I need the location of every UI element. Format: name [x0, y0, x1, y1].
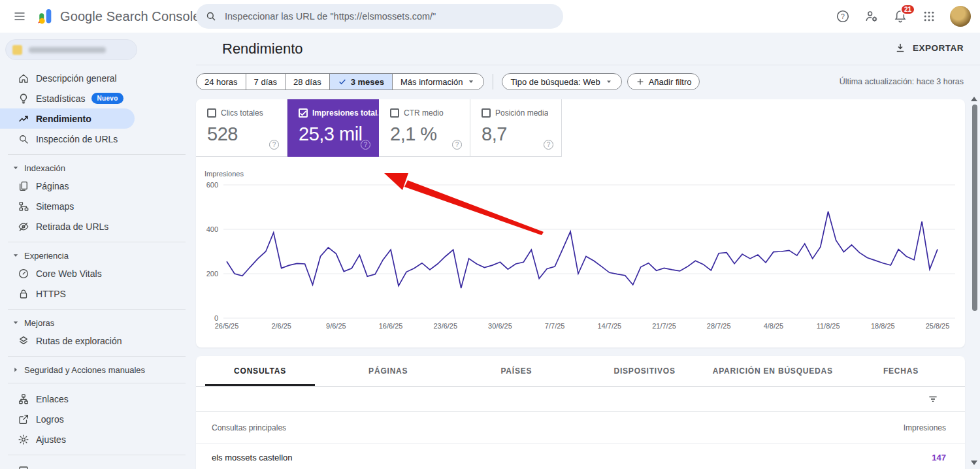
- impressions-line-plot: [196, 157, 965, 348]
- sidebar-section-mejoras[interactable]: Mejoras: [0, 315, 196, 331]
- expand-arrow-icon: [11, 251, 20, 260]
- metric-cards-row: Clics totales528?Impresiones total...25,…: [196, 99, 562, 157]
- date-range-28-dias[interactable]: 28 días: [285, 74, 329, 89]
- property-name-blurred: [29, 47, 106, 53]
- search-type-label: Tipo de búsqueda: Web: [510, 77, 600, 87]
- tab-aparicion-en-busquedas[interactable]: APARICIÓN EN BÚSQUEDAS: [709, 356, 837, 386]
- add-filter-chip[interactable]: Añadir filtro: [627, 73, 700, 90]
- tab-dispositivos[interactable]: DISPOSITIVOS: [581, 356, 709, 386]
- hamburger-menu-icon[interactable]: [12, 8, 27, 24]
- scrollbar-down-arrow[interactable]: [971, 461, 977, 465]
- url-inspect-search-bar[interactable]: [196, 4, 563, 29]
- performance-chart-panel: Clics totales528?Impresiones total...25,…: [196, 99, 965, 348]
- table-header-row: Consultas principales Impresiones: [196, 412, 965, 444]
- header-actions: ? 21: [835, 0, 971, 33]
- metric-help-icon[interactable]: ?: [452, 140, 462, 150]
- x-axis-tick-label: 11/8/25: [808, 322, 849, 330]
- sidebar-section-label: Seguridad y Acciones manuales: [24, 365, 145, 375]
- notification-count-badge: 21: [900, 4, 915, 15]
- property-selector[interactable]: [5, 39, 137, 60]
- column-queries: Consultas principales: [212, 423, 286, 432]
- property-favicon: [12, 45, 22, 55]
- user-avatar[interactable]: [950, 6, 971, 27]
- sidebar-divider: [8, 154, 186, 155]
- tab-paises[interactable]: PAÍSES: [452, 356, 580, 386]
- export-button[interactable]: EXPORTAR: [894, 42, 964, 54]
- achievements-icon: [18, 413, 29, 425]
- sidebar-divider: [8, 383, 186, 383]
- filter-funnel-icon[interactable]: [927, 393, 939, 405]
- sidebar-section-label: Mejoras: [24, 318, 54, 328]
- sitemaps-icon: [18, 201, 29, 212]
- sidebar-item-descripcion-general[interactable]: Descripción general: [0, 68, 135, 88]
- scrollbar-thumb[interactable]: [972, 105, 977, 311]
- x-axis-tick-label: 25/8/25: [917, 322, 958, 330]
- metric-help-icon[interactable]: ?: [544, 140, 553, 150]
- metric-card-posicion-media[interactable]: Posición media8,7?: [470, 99, 562, 157]
- sidebar-item-enlaces[interactable]: Enlaces: [0, 389, 135, 409]
- search-type-chip[interactable]: Tipo de búsqueda: Web: [502, 73, 621, 90]
- tab-consultas[interactable]: CONSULTAS: [196, 356, 324, 386]
- metric-card-impresiones-total[interactable]: Impresiones total...25,3 mil?: [287, 99, 379, 157]
- tab-fechas[interactable]: FECHAS: [837, 356, 965, 386]
- table-filter-row: [196, 387, 965, 412]
- url-inspect-input[interactable]: [223, 10, 554, 22]
- sidebar-item-https[interactable]: HTTPS: [0, 283, 135, 304]
- x-axis-tick-label: 2/6/25: [261, 322, 302, 330]
- sidebar-item-sitemaps[interactable]: Sitemaps: [0, 196, 135, 216]
- sidebar-item-inspeccion-de-urls[interactable]: Inspección de URLs: [0, 129, 135, 149]
- sidebar-section-experiencia[interactable]: Experiencia: [0, 248, 196, 263]
- impressions-series-line: [227, 212, 938, 288]
- sidebar-item-label: Descripción general: [36, 73, 117, 84]
- tab-paginas[interactable]: PÁGINAS: [324, 356, 452, 386]
- metric-label: CTR medio: [404, 108, 444, 118]
- sidebar-item-logros[interactable]: Logros: [0, 409, 135, 429]
- sidebar-item-label: Logros: [36, 414, 64, 425]
- metric-card-ctr-medio[interactable]: CTR medio2,1 %?: [379, 99, 470, 157]
- user-settings-icon[interactable]: [864, 8, 879, 24]
- url-inspection-icon: [18, 133, 29, 145]
- sidebar-section-label: Experiencia: [24, 251, 69, 261]
- column-impressions[interactable]: Impresiones: [904, 423, 946, 432]
- sidebar-section-seguridad-y-acciones-manuales[interactable]: Seguridad y Acciones manuales: [0, 362, 196, 378]
- table-row[interactable]: els mossets castellon147: [196, 444, 965, 469]
- date-range-7-dias[interactable]: 7 días: [246, 74, 285, 89]
- sidebar-item-label: Enlaces: [36, 394, 69, 404]
- sidebar-divider: [8, 356, 186, 357]
- metric-label: Clics totales: [221, 108, 263, 118]
- google-apps-grid-icon[interactable]: [921, 8, 937, 24]
- sidebar-item-partial[interactable]: [0, 461, 135, 469]
- google-search-console-app: Google Search Console ? 21: [0, 0, 980, 469]
- date-range-mas-informacion[interactable]: Más información: [392, 74, 483, 89]
- metric-checkbox[interactable]: [207, 108, 216, 118]
- scrollbar-up-arrow[interactable]: [971, 97, 977, 101]
- date-range-3-meses[interactable]: 3 meses: [329, 74, 392, 89]
- sidebar-divider: [8, 309, 186, 310]
- metric-card-clics-totales[interactable]: Clics totales528?: [196, 99, 287, 157]
- metric-checkbox[interactable]: [390, 108, 399, 118]
- sidebar-section-indexacion[interactable]: Indexación: [0, 160, 196, 176]
- date-range-24-horas[interactable]: 24 horas: [197, 74, 246, 89]
- sidebar-item-paginas[interactable]: Páginas: [0, 176, 135, 196]
- metric-checkbox[interactable]: [299, 108, 308, 118]
- app-title: Google Search Console: [60, 9, 200, 24]
- impressions-chart[interactable]: Impresiones 020040060026/5/252/6/259/6/2…: [196, 157, 965, 348]
- x-axis-tick-label: 28/7/25: [698, 322, 740, 330]
- date-range-label: 3 meses: [351, 77, 384, 87]
- breadcrumbs-icon: [18, 335, 29, 347]
- sidebar-item-estadisticas[interactable]: EstadísticasNuevo: [0, 88, 135, 108]
- metric-help-icon[interactable]: ?: [269, 140, 279, 150]
- help-icon[interactable]: ?: [835, 8, 851, 24]
- sidebar-item-rendimiento[interactable]: Rendimiento: [0, 108, 135, 129]
- download-icon: [894, 42, 906, 54]
- query-cell: els mossets castellon: [212, 453, 293, 462]
- metric-help-icon[interactable]: ?: [361, 140, 370, 150]
- metric-checkbox[interactable]: [482, 108, 491, 118]
- sidebar-item-retirada-de-urls[interactable]: Retirada de URLs: [0, 216, 135, 236]
- sidebar-item-ajustes[interactable]: Ajustes: [0, 429, 135, 449]
- sidebar-item-core-web-vitals[interactable]: Core Web Vitals: [0, 263, 135, 283]
- new-badge: Nuevo: [91, 93, 123, 104]
- home-icon: [18, 73, 29, 84]
- sidebar-item-rutas-de-exploracion[interactable]: Rutas de exploración: [0, 331, 135, 351]
- notifications-bell-icon[interactable]: 21: [892, 8, 908, 24]
